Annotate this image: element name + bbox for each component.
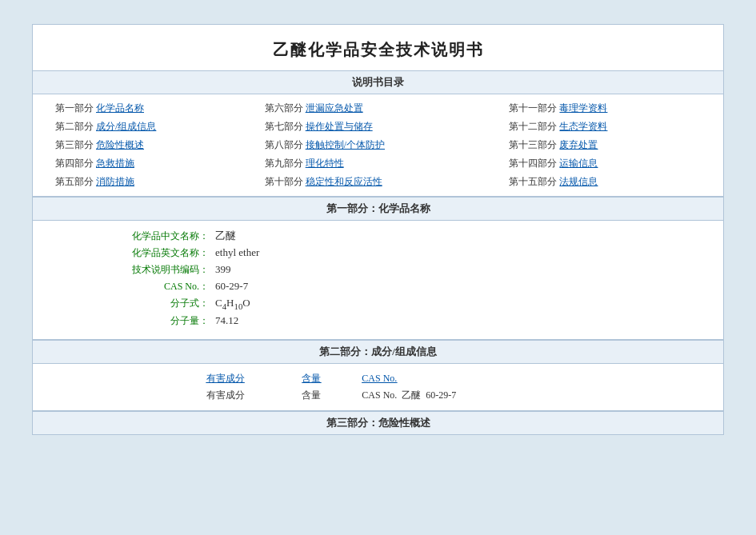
toc-section: 第一部分 化学品名称 第六部分 泄漏应急处置 第十一部分 毒理学资料 第二部分 …	[33, 94, 723, 197]
table-row: 有害成分 含量 CAS No. 乙醚 60-29-7	[200, 387, 557, 404]
section1-content: 化学品中文名称： 乙醚 化学品英文名称： ethyl ether 技术说明书编码…	[33, 221, 723, 340]
toc-link-section13[interactable]: 废弃处置	[559, 139, 598, 150]
toc-link-section15[interactable]: 法规信息	[559, 176, 598, 187]
section2-header: 第二部分：成分/组成信息	[33, 340, 723, 364]
toc-link-section9[interactable]: 理化特性	[306, 158, 344, 169]
field-molecular-formula: 分子式： C4H10O	[113, 297, 675, 311]
section2-content: 有害成分 含量 CAS No. 有害成分 含量 CAS No. 乙醚 60-29…	[33, 364, 723, 411]
section1-header: 第一部分：化学品名称	[33, 197, 723, 221]
col-header-content: 含量	[295, 370, 355, 387]
field-molecular-weight: 分子量： 74.12	[113, 314, 675, 328]
col-header-substance: 有害成分	[200, 370, 296, 387]
cell-substance: 有害成分	[200, 387, 296, 404]
cell-cas: CAS No. 乙醚 60-29-7	[355, 387, 556, 404]
title-section: 乙醚化学品安全技术说明书	[33, 25, 723, 71]
field-manual-code: 技术说明书编码： 399	[113, 263, 675, 277]
page-title: 乙醚化学品安全技术说明书	[41, 39, 715, 61]
toc-link-section10[interactable]: 稳定性和反应活性	[306, 176, 382, 187]
toc-link-section8[interactable]: 接触控制/个体防护	[306, 139, 385, 150]
toc-link-section7[interactable]: 操作处置与储存	[306, 121, 373, 132]
toc-link-section11[interactable]: 毒理学资料	[559, 102, 607, 114]
toc-header: 说明书目录	[33, 71, 723, 94]
cell-content: 含量	[295, 387, 355, 404]
toc-link-section3[interactable]: 危险性概述	[96, 139, 144, 150]
col-header-cas: CAS No.	[355, 370, 556, 387]
field-cas-no: CAS No.： 60-29-7	[113, 280, 675, 293]
toc-link-section1[interactable]: 化学品名称	[96, 102, 144, 114]
toc-link-section14[interactable]: 运输信息	[559, 158, 598, 169]
field-chinese-name: 化学品中文名称： 乙醚	[113, 229, 675, 243]
toc-link-section2[interactable]: 成分/组成信息	[96, 121, 156, 132]
composition-table: 有害成分 含量 CAS No. 有害成分 含量 CAS No. 乙醚 60-29…	[200, 370, 557, 404]
toc-link-section6[interactable]: 泄漏应急处置	[306, 102, 363, 114]
page-container: 乙醚化学品安全技术说明书 说明书目录 第一部分 化学品名称 第六部分 泄漏应急处…	[0, 0, 756, 535]
field-english-name: 化学品英文名称： ethyl ether	[113, 246, 675, 260]
main-card: 乙醚化学品安全技术说明书 说明书目录 第一部分 化学品名称 第六部分 泄漏应急处…	[32, 24, 724, 435]
toc-link-section5[interactable]: 消防措施	[96, 176, 134, 187]
section3-header: 第三部分：危险性概述	[33, 411, 723, 434]
toc-link-section12[interactable]: 生态学资料	[559, 121, 607, 132]
toc-table: 第一部分 化学品名称 第六部分 泄漏应急处置 第十一部分 毒理学资料 第二部分 …	[49, 99, 707, 191]
toc-link-section4[interactable]: 急救措施	[96, 158, 134, 169]
